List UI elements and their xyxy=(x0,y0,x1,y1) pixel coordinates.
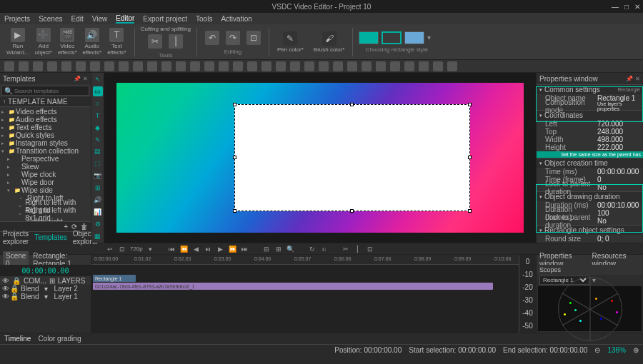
tree-item[interactable]: ▸Wipe clock xyxy=(0,171,91,178)
timeline-layer[interactable]: 👁🔒Blend▾Layer 2 xyxy=(0,285,91,293)
ribbon-run[interactable]: ▶RunWizard... xyxy=(4,26,31,57)
vtool-1[interactable]: ▭ xyxy=(93,86,103,96)
toolbar-btn-21[interactable] xyxy=(304,61,314,71)
menu-scenes[interactable]: Scenes xyxy=(39,15,62,23)
section-common[interactable]: ▾Common settingsRectangle xyxy=(537,84,643,94)
handle-se[interactable] xyxy=(468,209,472,213)
toolbar-btn-26[interactable] xyxy=(376,61,386,71)
section-creation[interactable]: ▾Object creation time xyxy=(537,158,643,168)
template-search[interactable]: 🔍 xyxy=(1,86,89,96)
pen-color-button[interactable]: ✎Pen color* xyxy=(275,30,306,54)
prop-width[interactable]: Width498.000 xyxy=(537,136,643,143)
prop-left[interactable]: Left720.000 xyxy=(537,120,643,128)
vtool-5[interactable]: ✎ xyxy=(93,135,103,145)
playbar-btn-17[interactable]: ↻ xyxy=(308,245,316,253)
toolbar-btn-12[interactable] xyxy=(176,61,186,71)
prop-time-ms[interactable]: Time (ms)00:00:00.000 xyxy=(537,168,643,176)
tree-item[interactable]: ▸Skew xyxy=(0,163,91,171)
toolbar-btn-7[interactable] xyxy=(104,61,114,71)
close-icon[interactable]: ✕ xyxy=(634,3,640,11)
split-tool[interactable]: ⎮ xyxy=(166,33,185,50)
toolbar-btn-30[interactable] xyxy=(433,61,443,71)
handle-n[interactable] xyxy=(350,103,354,106)
menu-export-project[interactable]: Export project xyxy=(143,15,187,23)
tree-item[interactable]: ▾📁Transition collection xyxy=(0,147,91,155)
pin-icon[interactable]: 📌 xyxy=(74,76,81,82)
toolbar-btn-19[interactable] xyxy=(276,61,286,71)
playbar-btn-15[interactable]: 🔍 xyxy=(286,245,295,253)
toolbar-btn-17[interactable] xyxy=(247,61,257,71)
playbar-btn-1[interactable]: ⊡ xyxy=(118,245,126,253)
tab-color-grading[interactable]: Color grading xyxy=(38,335,81,343)
eye-icon[interactable]: 👁 xyxy=(2,277,9,285)
toolbar-btn-3[interactable] xyxy=(47,61,57,71)
playbar-btn-8[interactable]: ⏯ xyxy=(204,245,213,253)
timeline-main[interactable]: 0:00:00.000:01.020:02.030:03.050:04.060:… xyxy=(91,255,536,333)
toolbar-btn-14[interactable] xyxy=(204,61,214,71)
vtool-3[interactable]: T xyxy=(93,111,103,121)
playbar-btn-6[interactable]: ⏪ xyxy=(180,245,189,253)
zoom-in-icon[interactable]: ⊕ xyxy=(633,346,639,354)
tree-item[interactable]: ▸Perspective xyxy=(0,155,91,163)
rect-style-blue[interactable] xyxy=(404,31,424,44)
rect-style-outline[interactable] xyxy=(382,31,402,44)
toolbar-btn-23[interactable] xyxy=(333,61,343,71)
toolbar-btn-4[interactable] xyxy=(61,61,71,71)
menu-tools[interactable]: Tools xyxy=(196,15,212,23)
rect-style-more[interactable]: ▾ xyxy=(427,31,434,44)
add-icon[interactable]: + xyxy=(64,223,68,231)
playbar-btn-11[interactable]: ⏭ xyxy=(241,245,249,253)
canvas[interactable] xyxy=(116,83,524,233)
tree-item[interactable]: ▸📁Audio effects xyxy=(0,116,91,123)
playbar-btn-22[interactable]: ⊡ xyxy=(366,245,374,253)
vtool-2[interactable]: ○ xyxy=(93,98,103,108)
prop-height[interactable]: Height222.000 xyxy=(537,143,643,151)
toolbar-btn-9[interactable] xyxy=(133,61,143,71)
handle-s[interactable] xyxy=(350,209,354,213)
toolbar-btn-10[interactable] xyxy=(147,61,157,71)
playbar-btn-18[interactable]: ⎌ xyxy=(320,245,329,253)
timeline-ruler[interactable]: 0:00:00.000:01.020:02.030:03.050:04.060:… xyxy=(91,255,536,265)
lock-icon[interactable]: 🔒 xyxy=(12,277,21,285)
prop-comp-mode[interactable]: Composition modeUse layer's properties xyxy=(537,102,643,110)
vtool-4[interactable]: ◆ xyxy=(93,123,103,133)
vtool-6[interactable]: ▤ xyxy=(93,147,103,157)
prop-round[interactable]: Round size0; 0 xyxy=(537,235,643,243)
menu-editor[interactable]: Editor xyxy=(116,14,134,24)
toolbar-btn-1[interactable] xyxy=(19,61,29,71)
ribbon-add[interactable]: ➕Addobject* xyxy=(33,26,54,57)
section-drawing[interactable]: ▾Object drawing duration xyxy=(537,191,643,201)
ribbon-video[interactable]: 🎬Videoeffects* xyxy=(56,26,79,57)
playbar-btn-20[interactable]: ✂ xyxy=(342,245,350,253)
ribbon-text[interactable]: TTexteffects* xyxy=(105,26,129,57)
handle-nw[interactable] xyxy=(233,103,236,106)
toolbar-btn-16[interactable] xyxy=(233,61,243,71)
canvas-area[interactable] xyxy=(104,73,536,243)
tree-item[interactable]: ▸Wipe door xyxy=(0,178,91,186)
menu-activation[interactable]: Activation xyxy=(221,15,251,23)
toolbar-btn-20[interactable] xyxy=(290,61,300,71)
tree-item[interactable]: ▾📁Wipe side xyxy=(0,186,91,194)
playbar-btn-7[interactable]: ◀ xyxy=(192,245,201,253)
playbar-btn-13[interactable]: ⊟ xyxy=(262,245,271,253)
toolbar-btn-6[interactable] xyxy=(90,61,100,71)
section-rect[interactable]: ▾Rectangle object settings xyxy=(537,225,643,235)
vtool-12[interactable]: ⚙ xyxy=(93,219,103,229)
same-size-bar[interactable]: Set the same size as the parent has xyxy=(537,151,643,158)
brush-color-button[interactable]: 🖌Brush color* xyxy=(311,30,347,54)
tab-timeline[interactable]: Timeline xyxy=(4,335,31,343)
cut-tool[interactable]: ✂ xyxy=(146,33,164,50)
maximize-icon[interactable]: □ xyxy=(624,3,629,11)
clip-rectangle[interactable]: Rectangle 1 xyxy=(93,275,136,282)
toolbar-btn-5[interactable] xyxy=(76,61,86,71)
zoom-out-icon[interactable]: ⊖ xyxy=(594,346,600,354)
playbar-btn-9[interactable]: ▶ xyxy=(216,245,225,253)
playbar-btn-10[interactable]: ⏩ xyxy=(229,245,237,253)
handle-e[interactable] xyxy=(468,156,472,159)
tree-item[interactable]: ▸📁Instagram styles xyxy=(0,139,91,147)
toolbar-btn-15[interactable] xyxy=(219,61,229,71)
tree-item[interactable]: ▸📁Quick styles xyxy=(0,131,91,139)
handle-ne[interactable] xyxy=(468,103,472,106)
playbar-btn-14[interactable]: ⊞ xyxy=(274,245,283,253)
timeline-layer[interactable]: 👁🔒Blend▾Layer 1 xyxy=(0,293,91,300)
